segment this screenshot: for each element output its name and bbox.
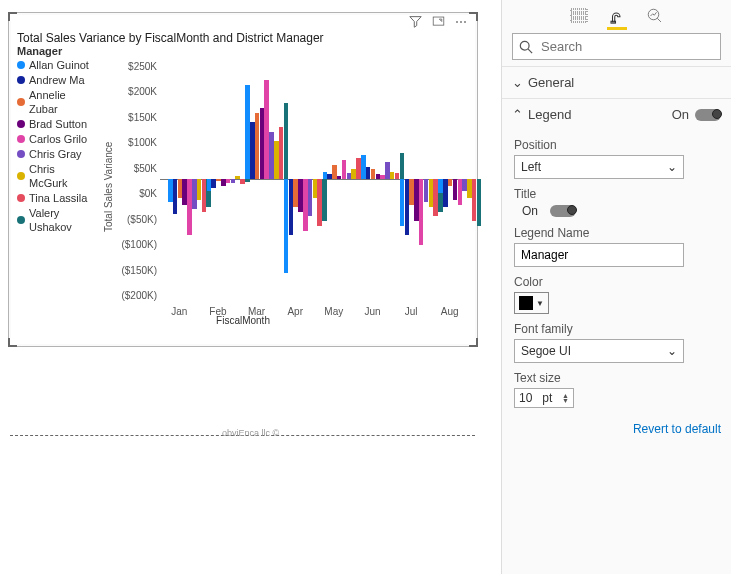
svg-rect-3: [571, 19, 587, 22]
bar[interactable]: [231, 179, 236, 184]
focus-mode-icon[interactable]: [432, 15, 445, 29]
resize-handle-br[interactable]: [469, 338, 478, 347]
legend-swatch: [17, 98, 25, 106]
fields-tab-icon[interactable]: [569, 6, 589, 26]
chevron-up-icon: ⌃: [512, 107, 522, 122]
legend-title-toggle[interactable]: [550, 205, 576, 217]
format-tab-icon[interactable]: [607, 6, 627, 26]
resize-handle-tr[interactable]: [469, 12, 478, 21]
legend-swatch: [17, 216, 25, 224]
bar[interactable]: [187, 179, 192, 236]
bar-group: [199, 61, 238, 301]
legend-title: Manager: [9, 45, 477, 57]
search-icon: [519, 40, 533, 54]
chevron-down-icon: ⌄: [667, 160, 677, 174]
section-label: Legend: [528, 107, 571, 122]
svg-rect-0: [433, 17, 444, 25]
legend-label: Chris Gray: [29, 147, 82, 161]
bar-group: [160, 61, 199, 301]
resize-handle-tl[interactable]: [8, 12, 17, 21]
select-value: Left: [521, 160, 541, 174]
legend-swatch: [17, 150, 25, 158]
caret-down-icon: ▼: [536, 299, 544, 308]
legend-item[interactable]: Tina Lassila: [17, 191, 95, 205]
legend-item[interactable]: Andrew Ma: [17, 73, 95, 87]
stepper-unit: pt: [542, 391, 552, 405]
select-value: Segoe UI: [521, 344, 571, 358]
field-label: Font family: [514, 322, 721, 336]
plot-area: JanFebMarAprMayJunJulAug: [160, 61, 469, 317]
legend-label: Chris McGurk: [29, 162, 95, 190]
legend-swatch: [17, 120, 25, 128]
chart-legend: Allan GuinotAndrew MaAnnelie ZubarBrad S…: [9, 57, 101, 317]
toggle-state: On: [672, 107, 689, 122]
search-box[interactable]: [512, 33, 721, 60]
chevron-down-icon: ⌄: [512, 75, 522, 90]
stepper-buttons[interactable]: ▲▼: [562, 393, 569, 403]
section-general[interactable]: ⌄ General: [512, 67, 721, 98]
legend-label: Annelie Zubar: [29, 88, 95, 116]
legend-label: Tina Lassila: [29, 191, 87, 205]
svg-rect-1: [571, 9, 587, 12]
chart-visual[interactable]: ⋯ Total Sales Variance by FiscalMonth an…: [8, 12, 478, 347]
chart-title: Total Sales Variance by FiscalMonth and …: [9, 29, 477, 45]
legend-swatch: [17, 76, 25, 84]
legend-item[interactable]: Allan Guinot: [17, 58, 95, 72]
resize-handle-bl[interactable]: [8, 338, 17, 347]
bar[interactable]: [342, 160, 347, 179]
legend-item[interactable]: Chris McGurk: [17, 162, 95, 190]
field-label: Title: [514, 187, 721, 201]
bar[interactable]: [303, 179, 308, 231]
legend-item[interactable]: Carlos Grilo: [17, 132, 95, 146]
legend-label: Allan Guinot: [29, 58, 89, 72]
legend-label: Andrew Ma: [29, 73, 85, 87]
section-label: General: [528, 75, 574, 90]
legend-item[interactable]: Chris Gray: [17, 147, 95, 161]
legend-label: Valery Ushakov: [29, 206, 95, 234]
bar-group: [430, 61, 469, 301]
bar[interactable]: [458, 179, 463, 205]
legend-item[interactable]: Valery Ushakov: [17, 206, 95, 234]
more-options-icon[interactable]: ⋯: [455, 15, 469, 29]
bar[interactable]: [419, 179, 424, 245]
x-axis-ticks: JanFebMarAprMayJunJulAug: [160, 306, 469, 317]
svg-point-6: [520, 41, 529, 50]
legend-name-input[interactable]: [514, 243, 684, 267]
text-size-stepper[interactable]: 10 pt ▲▼: [514, 388, 574, 408]
format-pane: ⌄ General ⌃ Legend On Position Left ⌄ Ti…: [501, 0, 731, 574]
bar-group: [276, 61, 315, 301]
chevron-down-icon: ⌄: [667, 344, 677, 358]
legend-label: Brad Sutton: [29, 117, 87, 131]
section-legend[interactable]: ⌃ Legend On: [512, 99, 721, 130]
search-input[interactable]: [539, 38, 714, 55]
position-select[interactable]: Left ⌄: [514, 155, 684, 179]
legend-swatch: [17, 61, 25, 69]
bar[interactable]: [264, 80, 269, 179]
legend-swatch: [17, 135, 25, 143]
y-axis-label: Total Sales Variance: [101, 57, 116, 317]
field-label: Legend Name: [514, 226, 721, 240]
footer-copyright: obviEnca llc ©: [8, 428, 493, 438]
color-preview: [519, 296, 533, 310]
bar[interactable]: [380, 175, 385, 179]
field-label: Color: [514, 275, 721, 289]
report-canvas: ⋯ Total Sales Variance by FiscalMonth an…: [0, 0, 501, 574]
bar[interactable]: [477, 179, 482, 226]
analytics-tab-icon[interactable]: [645, 6, 665, 26]
svg-rect-2: [571, 14, 587, 17]
legend-swatch: [17, 172, 25, 180]
legend-item[interactable]: Annelie Zubar: [17, 88, 95, 116]
stepper-value: 10: [519, 391, 532, 405]
pane-tabs: [512, 0, 721, 30]
legend-label: Carlos Grilo: [29, 132, 87, 146]
bar-group: [353, 61, 392, 301]
revert-to-default-link[interactable]: Revert to default: [514, 422, 721, 436]
filter-icon[interactable]: [409, 15, 422, 29]
font-family-select[interactable]: Segoe UI ⌄: [514, 339, 684, 363]
color-picker[interactable]: ▼: [514, 292, 549, 314]
legend-toggle[interactable]: [695, 109, 721, 121]
bar[interactable]: [226, 179, 231, 183]
legend-item[interactable]: Brad Sutton: [17, 117, 95, 131]
bar-group: [392, 61, 431, 301]
y-axis-ticks: $250K$200K$150K$100K$50K$0K($50K)($100K)…: [116, 57, 160, 317]
